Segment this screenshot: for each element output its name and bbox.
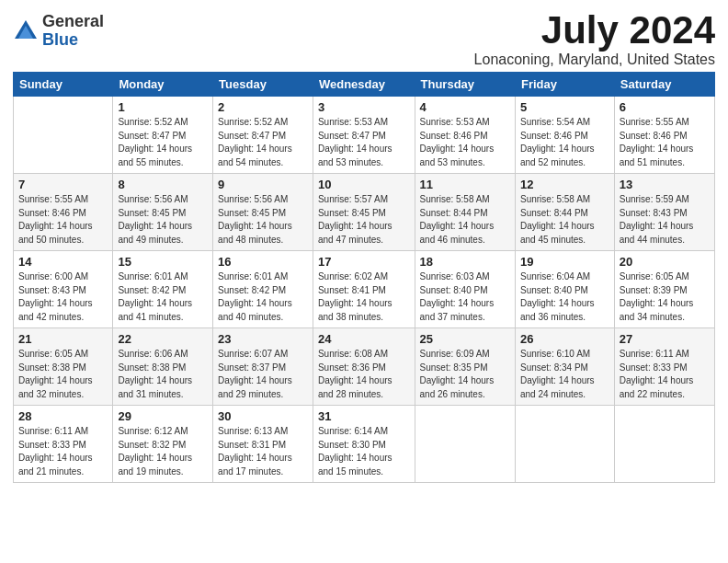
day-info: Sunrise: 6:00 AM Sunset: 8:43 PM Dayligh… <box>18 270 108 324</box>
day-number: 14 <box>18 255 108 269</box>
calendar-cell: 28Sunrise: 6:11 AM Sunset: 8:33 PM Dayli… <box>14 406 113 483</box>
day-number: 17 <box>318 255 410 269</box>
day-info: Sunrise: 6:11 AM Sunset: 8:33 PM Dayligh… <box>18 425 108 478</box>
title-block: July 2024 Lonaconing, Maryland, United S… <box>474 9 715 68</box>
day-number: 25 <box>420 332 510 346</box>
day-number: 5 <box>520 100 609 114</box>
day-number: 22 <box>118 332 208 346</box>
calendar-cell: 17Sunrise: 6:02 AM Sunset: 8:41 PM Dayli… <box>313 251 415 328</box>
calendar-cell: 19Sunrise: 6:04 AM Sunset: 8:40 PM Dayli… <box>515 251 614 328</box>
calendar-cell: 29Sunrise: 6:12 AM Sunset: 8:32 PM Dayli… <box>113 406 213 483</box>
day-number: 4 <box>420 100 510 114</box>
calendar-cell: 23Sunrise: 6:07 AM Sunset: 8:37 PM Dayli… <box>213 328 313 406</box>
day-number: 7 <box>18 178 108 191</box>
day-info: Sunrise: 5:54 AM Sunset: 8:46 PM Dayligh… <box>520 116 609 169</box>
day-info: Sunrise: 5:52 AM Sunset: 8:47 PM Dayligh… <box>218 116 308 169</box>
calendar-cell: 9Sunrise: 5:56 AM Sunset: 8:45 PM Daylig… <box>213 174 313 251</box>
day-info: Sunrise: 6:02 AM Sunset: 8:41 PM Dayligh… <box>318 270 410 324</box>
day-info: Sunrise: 6:12 AM Sunset: 8:32 PM Dayligh… <box>118 425 208 478</box>
day-info: Sunrise: 6:14 AM Sunset: 8:30 PM Dayligh… <box>318 425 410 478</box>
calendar-cell <box>415 406 515 483</box>
day-number: 16 <box>218 255 308 269</box>
calendar-cell: 21Sunrise: 6:05 AM Sunset: 8:38 PM Dayli… <box>14 328 113 406</box>
calendar-cell: 6Sunrise: 5:55 AM Sunset: 8:46 PM Daylig… <box>614 97 714 174</box>
calendar-cell: 26Sunrise: 6:10 AM Sunset: 8:34 PM Dayli… <box>515 328 614 406</box>
calendar-cell: 25Sunrise: 6:09 AM Sunset: 8:35 PM Dayli… <box>415 328 515 406</box>
calendar-cell: 20Sunrise: 6:05 AM Sunset: 8:39 PM Dayli… <box>614 251 714 328</box>
day-number: 18 <box>420 255 510 269</box>
day-number: 24 <box>318 332 410 346</box>
week-row-0: 1Sunrise: 5:52 AM Sunset: 8:47 PM Daylig… <box>14 97 715 174</box>
col-saturday: Saturday <box>614 73 714 97</box>
day-number: 3 <box>318 100 410 114</box>
calendar-cell: 13Sunrise: 5:59 AM Sunset: 8:43 PM Dayli… <box>614 174 714 251</box>
logo-blue: Blue <box>42 31 104 50</box>
day-number: 31 <box>318 409 410 423</box>
day-number: 12 <box>520 178 609 191</box>
main-title: July 2024 <box>474 9 715 52</box>
day-info: Sunrise: 6:04 AM Sunset: 8:40 PM Dayligh… <box>520 270 609 324</box>
day-info: Sunrise: 5:58 AM Sunset: 8:44 PM Dayligh… <box>420 193 510 247</box>
day-info: Sunrise: 5:52 AM Sunset: 8:47 PM Dayligh… <box>118 116 208 169</box>
calendar-cell: 11Sunrise: 5:58 AM Sunset: 8:44 PM Dayli… <box>415 174 515 251</box>
day-info: Sunrise: 6:09 AM Sunset: 8:35 PM Dayligh… <box>420 348 510 401</box>
day-info: Sunrise: 5:56 AM Sunset: 8:45 PM Dayligh… <box>118 193 208 247</box>
calendar-cell: 10Sunrise: 5:57 AM Sunset: 8:45 PM Dayli… <box>313 174 415 251</box>
logo-icon <box>13 18 39 44</box>
day-info: Sunrise: 5:53 AM Sunset: 8:47 PM Dayligh… <box>318 116 410 169</box>
header: General Blue July 2024 Lonaconing, Maryl… <box>13 9 715 68</box>
day-info: Sunrise: 6:01 AM Sunset: 8:42 PM Dayligh… <box>118 270 208 324</box>
week-row-2: 14Sunrise: 6:00 AM Sunset: 8:43 PM Dayli… <box>14 251 715 328</box>
day-info: Sunrise: 6:10 AM Sunset: 8:34 PM Dayligh… <box>520 348 609 401</box>
page-container: General Blue July 2024 Lonaconing, Maryl… <box>0 0 728 563</box>
col-monday: Monday <box>113 73 213 97</box>
calendar-cell: 18Sunrise: 6:03 AM Sunset: 8:40 PM Dayli… <box>415 251 515 328</box>
calendar-cell: 22Sunrise: 6:06 AM Sunset: 8:38 PM Dayli… <box>113 328 213 406</box>
day-number: 8 <box>118 178 208 191</box>
day-info: Sunrise: 6:01 AM Sunset: 8:42 PM Dayligh… <box>218 270 308 324</box>
day-info: Sunrise: 6:03 AM Sunset: 8:40 PM Dayligh… <box>420 270 510 324</box>
day-info: Sunrise: 5:59 AM Sunset: 8:43 PM Dayligh… <box>620 193 710 247</box>
day-number: 11 <box>420 178 510 191</box>
calendar-cell: 2Sunrise: 5:52 AM Sunset: 8:47 PM Daylig… <box>213 97 313 174</box>
logo-general: General <box>42 13 104 31</box>
col-wednesday: Wednesday <box>313 73 415 97</box>
week-row-3: 21Sunrise: 6:05 AM Sunset: 8:38 PM Dayli… <box>14 328 715 406</box>
day-number: 27 <box>620 332 710 346</box>
day-number: 20 <box>620 255 710 269</box>
day-number: 26 <box>520 332 609 346</box>
subtitle: Lonaconing, Maryland, United States <box>474 52 715 68</box>
calendar-cell: 7Sunrise: 5:55 AM Sunset: 8:46 PM Daylig… <box>14 174 113 251</box>
calendar-cell: 12Sunrise: 5:58 AM Sunset: 8:44 PM Dayli… <box>515 174 614 251</box>
calendar-cell: 30Sunrise: 6:13 AM Sunset: 8:31 PM Dayli… <box>213 406 313 483</box>
calendar: Sunday Monday Tuesday Wednesday Thursday… <box>13 72 715 483</box>
logo-text: General Blue <box>42 13 104 50</box>
calendar-cell: 14Sunrise: 6:00 AM Sunset: 8:43 PM Dayli… <box>14 251 113 328</box>
day-number: 28 <box>18 409 108 423</box>
day-info: Sunrise: 6:08 AM Sunset: 8:36 PM Dayligh… <box>318 348 410 401</box>
day-number: 10 <box>318 178 410 191</box>
day-info: Sunrise: 6:06 AM Sunset: 8:38 PM Dayligh… <box>118 348 208 401</box>
calendar-cell: 15Sunrise: 6:01 AM Sunset: 8:42 PM Dayli… <box>113 251 213 328</box>
day-info: Sunrise: 5:55 AM Sunset: 8:46 PM Dayligh… <box>620 116 710 169</box>
calendar-cell: 4Sunrise: 5:53 AM Sunset: 8:46 PM Daylig… <box>415 97 515 174</box>
calendar-cell: 5Sunrise: 5:54 AM Sunset: 8:46 PM Daylig… <box>515 97 614 174</box>
col-sunday: Sunday <box>14 73 113 97</box>
calendar-cell <box>515 406 614 483</box>
day-info: Sunrise: 5:56 AM Sunset: 8:45 PM Dayligh… <box>218 193 308 247</box>
calendar-cell: 3Sunrise: 5:53 AM Sunset: 8:47 PM Daylig… <box>313 97 415 174</box>
day-number: 15 <box>118 255 208 269</box>
calendar-cell: 27Sunrise: 6:11 AM Sunset: 8:33 PM Dayli… <box>614 328 714 406</box>
day-number: 6 <box>620 100 710 114</box>
day-info: Sunrise: 6:07 AM Sunset: 8:37 PM Dayligh… <box>218 348 308 401</box>
col-thursday: Thursday <box>415 73 515 97</box>
header-row: Sunday Monday Tuesday Wednesday Thursday… <box>14 73 715 97</box>
day-number: 13 <box>620 178 710 191</box>
day-info: Sunrise: 6:13 AM Sunset: 8:31 PM Dayligh… <box>218 425 308 478</box>
day-info: Sunrise: 5:55 AM Sunset: 8:46 PM Dayligh… <box>18 193 108 247</box>
calendar-cell: 8Sunrise: 5:56 AM Sunset: 8:45 PM Daylig… <box>113 174 213 251</box>
calendar-cell: 1Sunrise: 5:52 AM Sunset: 8:47 PM Daylig… <box>113 97 213 174</box>
day-info: Sunrise: 5:58 AM Sunset: 8:44 PM Dayligh… <box>520 193 609 247</box>
day-number: 21 <box>18 332 108 346</box>
day-number: 29 <box>118 409 208 423</box>
